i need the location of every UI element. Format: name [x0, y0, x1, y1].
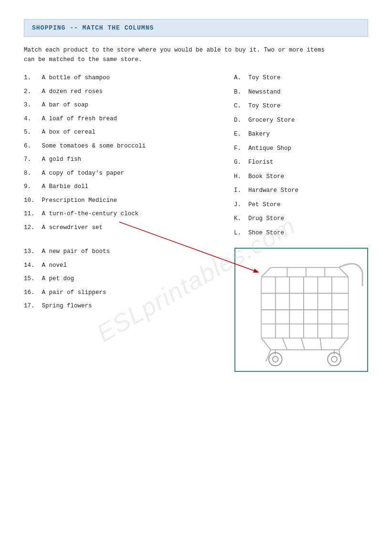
store-item: I. Hardware Store: [234, 187, 368, 195]
item-text: A dozen red roses: [42, 88, 103, 95]
item-number: 3.: [24, 102, 31, 108]
item-text: A gold fish: [42, 156, 82, 163]
item-text: A screwdriver set: [42, 224, 103, 231]
list-item: 13. A new pair of boots: [24, 248, 205, 256]
header-box: SHOPPING -- MATCH THE COLUMNS: [24, 19, 368, 37]
item-text: A pet dog: [42, 275, 74, 282]
svg-rect-1: [261, 277, 348, 338]
item-number: 4.: [24, 116, 31, 122]
svg-line-14: [301, 338, 305, 350]
item-number: 10.: [24, 197, 35, 204]
store-name: Bakery: [248, 131, 270, 137]
item-text: A copy of today's paper: [42, 170, 125, 177]
svg-line-10: [261, 338, 271, 350]
item-text: Spring flowers: [42, 303, 92, 309]
store-name: Grocery Store: [248, 117, 295, 124]
item-text: A turn-of-the-century clock: [42, 211, 139, 217]
item-number: 11.: [24, 211, 35, 217]
item-text: Prescription Medicine: [42, 197, 117, 204]
store-name: Florist: [248, 159, 274, 166]
svg-line-15: [320, 338, 321, 350]
store-name: Newsstand: [248, 89, 281, 95]
store-letter: A.: [234, 74, 241, 81]
list-item: 11. A turn-of-the-century clock: [24, 210, 205, 219]
store-name: Hardware Store: [248, 187, 298, 194]
list-item: 3. A bar of soap: [24, 101, 205, 110]
item-number: 2.: [24, 88, 31, 95]
list-item: 1. A bottle of shampoo: [24, 74, 205, 83]
svg-point-24: [268, 353, 282, 366]
svg-line-16: [261, 267, 271, 277]
list-item: 9. A Barbie doll: [24, 183, 205, 191]
list-item: 16. A pair of slippers: [24, 289, 205, 297]
store-letter: I.: [234, 187, 241, 194]
store-letter: F.: [234, 145, 241, 152]
store-item: H. Book Store: [234, 173, 368, 181]
store-name: Toy Store: [248, 103, 281, 109]
svg-line-13: [282, 338, 287, 350]
list-item: 17. Spring flowers: [24, 302, 205, 311]
item-text: A loaf of fresh bread: [42, 116, 117, 122]
store-name: Shoe Store: [248, 230, 284, 236]
store-item: K. Drug Store: [234, 215, 368, 223]
store-item: F. Antique Shop: [234, 145, 368, 153]
store-item: B. Newsstand: [234, 88, 368, 97]
item-number: 9.: [24, 183, 31, 190]
item-number: 15.: [24, 275, 35, 282]
store-item: D. Grocery Store: [234, 116, 368, 125]
store-letter: L.: [234, 230, 241, 236]
page-title: SHOPPING -- MATCH THE COLUMNS: [32, 24, 360, 32]
list-item: 4. A loaf of fresh bread: [24, 115, 205, 124]
item-text: A bottle of shampoo: [42, 74, 110, 81]
products-continued: 13. A new pair of boots 14. A novel 15. …: [24, 248, 205, 372]
item-number: 6.: [24, 143, 31, 149]
list-item: 15. A pet dog: [24, 275, 205, 284]
item-number: 1.: [24, 74, 31, 81]
list-item: 10. Prescription Medicine: [24, 197, 205, 205]
item-number: 8.: [24, 170, 31, 177]
item-number: 13.: [24, 248, 35, 255]
cart-image-area: [205, 248, 368, 372]
list-item: 6. Some tomatoes & some broccoli: [24, 142, 205, 151]
stores-column: A. Toy Store B. Newsstand C. Toy Store D…: [205, 74, 368, 243]
store-item: J. Pet Store: [234, 201, 368, 210]
bottom-section: 13. A new pair of boots 14. A novel 15. …: [24, 248, 368, 372]
store-name: Book Store: [248, 173, 284, 180]
item-text: A novel: [42, 262, 67, 269]
instructions: Match each product to the store where yo…: [24, 45, 339, 64]
item-number: 5.: [24, 129, 31, 136]
item-text: Some tomatoes & some broccoli: [42, 143, 146, 149]
list-item: 5. A box of cereal: [24, 128, 205, 137]
store-letter: C.: [234, 103, 241, 109]
store-name: Antique Shop: [248, 145, 291, 152]
item-number: 7.: [24, 156, 31, 163]
list-item: 7. A gold fish: [24, 156, 205, 164]
item-number: 16.: [24, 289, 35, 296]
item-number: 17.: [24, 303, 35, 309]
store-letter: D.: [234, 117, 241, 124]
store-item: G. Florist: [234, 158, 368, 167]
svg-line-17: [339, 267, 348, 277]
svg-point-27: [331, 357, 337, 362]
item-text: A Barbie doll: [42, 183, 89, 190]
store-name: Drug Store: [248, 215, 284, 222]
item-text: A new pair of boots: [42, 248, 110, 255]
item-text: A pair of slippers: [42, 289, 106, 296]
list-item: 2. A dozen red roses: [24, 88, 205, 96]
item-number: 14.: [24, 262, 35, 269]
svg-line-11: [339, 338, 348, 350]
store-name: Toy Store: [248, 74, 281, 81]
store-letter: B.: [234, 89, 241, 95]
store-letter: E.: [234, 131, 241, 137]
list-item: 14. A novel: [24, 262, 205, 270]
store-letter: G.: [234, 159, 241, 166]
cart-svg: [235, 248, 367, 372]
store-item: C. Toy Store: [234, 102, 368, 111]
list-item: 8. A copy of today's paper: [24, 169, 205, 178]
store-item: E. Bakery: [234, 130, 368, 139]
two-column-layout: 1. A bottle of shampoo 2. A dozen red ro…: [24, 74, 368, 243]
list-item: 12. A screwdriver set: [24, 224, 205, 232]
item-text: A bar of soap: [42, 102, 89, 108]
item-text: A box of cereal: [42, 129, 96, 136]
products-column: 1. A bottle of shampoo 2. A dozen red ro…: [24, 74, 205, 243]
